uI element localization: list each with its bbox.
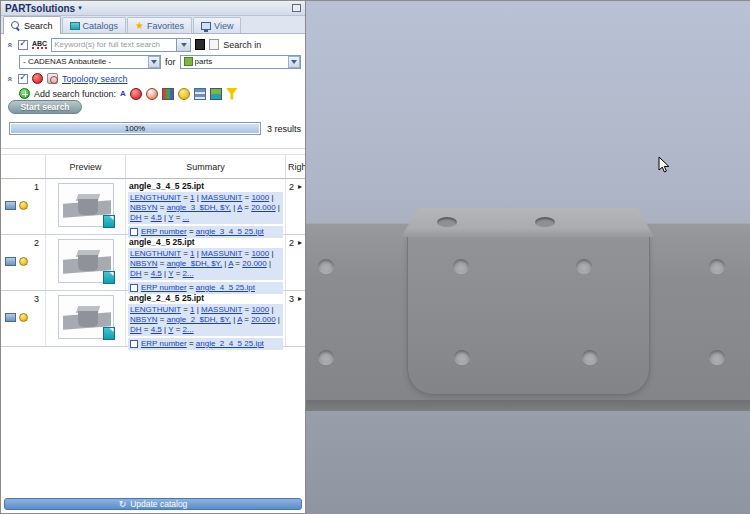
progress-percent: 100%: [10, 123, 260, 134]
start-search-button[interactable]: Start search: [8, 100, 82, 114]
classification-tree-function-icon[interactable]: [210, 88, 222, 100]
partsolutions-window: PARTsolutions ▾ Search Catalogs ★ Favori…: [0, 0, 750, 514]
abc-spellcheck-icon: ABC: [32, 40, 47, 50]
part-filename[interactable]: angle_2_4_5 25.ipt: [128, 292, 283, 304]
fulltext-search-row: « ✓ ABC Search in: [5, 37, 301, 52]
keyword-dropdown-button[interactable]: [177, 38, 191, 52]
text-search-function-icon[interactable]: A: [120, 88, 126, 100]
cad-format-icon: [5, 257, 16, 266]
plate-bottom-edge: [306, 400, 750, 411]
thumbnail-bracket-shape: [78, 199, 98, 215]
geometry-sphere-icon: [32, 73, 43, 84]
results-table: Preview Summary Right 1: [1, 154, 305, 347]
separator: [1, 148, 305, 149]
topology-search-link[interactable]: Topology search: [62, 74, 128, 84]
erp-number[interactable]: ERP number = angle_2_4_5 25.ipt: [141, 339, 264, 349]
tab-search[interactable]: Search: [3, 16, 61, 34]
col-header-preview[interactable]: Preview: [46, 155, 126, 178]
col-header-index[interactable]: [1, 155, 46, 178]
whole-word-icon[interactable]: [209, 39, 219, 50]
part-preview-thumbnail[interactable]: [58, 295, 114, 339]
part-preview-thumbnail[interactable]: [58, 239, 114, 283]
panel-titlebar[interactable]: PARTsolutions ▾: [1, 1, 305, 16]
right-col-value: 2: [289, 238, 294, 248]
document-badge-icon: [103, 215, 115, 228]
topology-row: « ✓ Topology search: [5, 71, 301, 86]
row-index: 3: [34, 294, 39, 304]
fold-corner: [110, 216, 114, 220]
bracket-part-face[interactable]: [407, 235, 650, 395]
catalog-dropdown-button[interactable]: [148, 56, 160, 68]
dropdown-arrow-icon: [291, 60, 297, 64]
plate-hole: [576, 259, 592, 274]
table-row[interactable]: 3 angle_2_4_5 25.ipt L: [1, 291, 305, 347]
part-parameters[interactable]: LENGTHUNIT = 1 | MASSUNIT = 1000 | NBSYN…: [128, 192, 283, 224]
topology-checkbox[interactable]: ✓: [18, 74, 28, 84]
row-index: 1: [34, 182, 39, 192]
panel-title: PARTsolutions: [5, 3, 75, 14]
flange-hole: [437, 217, 457, 228]
catalog-select[interactable]: - CADENAS Anbauteile -: [19, 55, 161, 69]
add-plus-icon[interactable]: [19, 88, 30, 99]
update-catalog-button[interactable]: ↻ Update catalog: [4, 498, 302, 510]
erp-line[interactable]: ERP number = angle_2_4_5 25.ipt: [128, 338, 283, 350]
table-header-row: Preview Summary Right: [1, 154, 305, 179]
layers-function-icon[interactable]: [194, 88, 206, 100]
shaded-sphere-function-icon[interactable]: [146, 88, 158, 100]
plate-hole: [709, 350, 725, 365]
search-in-label: Search in: [223, 40, 261, 50]
tab-search-label: Search: [24, 21, 53, 31]
flange-hole: [535, 217, 555, 228]
tab-favorites[interactable]: ★ Favorites: [127, 17, 192, 33]
dock-window-icon[interactable]: [292, 4, 301, 12]
3d-viewport[interactable]: [306, 1, 750, 514]
tab-catalogs-label: Catalogs: [83, 21, 119, 31]
keyword-input[interactable]: [51, 38, 177, 52]
progress-bar: 100%: [9, 122, 261, 135]
results-count: 3 results: [267, 124, 301, 134]
table-row[interactable]: 2 angle_4_5 25.ipt LEN: [1, 235, 305, 291]
refresh-icon: ↻: [119, 500, 127, 509]
filter-funnel-icon[interactable]: [226, 88, 238, 100]
case-sensitive-icon[interactable]: [195, 39, 205, 50]
collapse-chevron-icon[interactable]: «: [5, 74, 15, 83]
plate-hole: [318, 350, 334, 365]
table-row[interactable]: 1 angle_3_4_5 25.ipt L: [1, 179, 305, 235]
expand-arrow-icon[interactable]: ▸: [298, 238, 302, 247]
part-parameters[interactable]: LENGTHUNIT = 1 | MASSUNIT = 1000 | NBSYN…: [128, 304, 283, 336]
tab-view-label: View: [214, 21, 233, 31]
plate-hole: [318, 259, 334, 274]
catalog-book-icon: [70, 22, 80, 30]
scope-select[interactable]: parts: [180, 55, 301, 69]
expand-arrow-icon[interactable]: ▸: [298, 182, 302, 191]
catalog-scope-row: - CADENAS Anbauteile - for parts: [5, 54, 301, 69]
part-filename[interactable]: angle_4_5 25.ipt: [128, 236, 283, 248]
fulltext-checkbox[interactable]: ✓: [18, 40, 28, 50]
status-ball-icon: [19, 313, 28, 322]
check-icon: ✓: [19, 39, 27, 48]
add-function-row: Add search function: A: [5, 86, 301, 101]
expand-arrow-icon[interactable]: ▸: [298, 294, 302, 303]
col-header-summary[interactable]: Summary: [126, 155, 286, 178]
coins-function-icon[interactable]: [178, 88, 190, 100]
sphere-search-function-icon[interactable]: [130, 88, 142, 100]
plate-hole: [709, 259, 725, 274]
scope-dropdown-button[interactable]: [288, 56, 300, 68]
col-header-right[interactable]: Right: [286, 155, 305, 178]
update-catalog-label: Update catalog: [130, 499, 187, 509]
parts-cube-icon: [184, 57, 193, 66]
erp-table-icon: [130, 340, 138, 348]
titlebar-caret-icon[interactable]: ▾: [78, 4, 82, 12]
scope-select-value: parts: [195, 57, 286, 66]
right-col-value: 3: [289, 294, 294, 304]
collapse-chevron-icon[interactable]: «: [5, 40, 15, 49]
part-preview-thumbnail[interactable]: [58, 183, 114, 227]
tab-catalogs[interactable]: Catalogs: [62, 17, 127, 33]
tab-view[interactable]: View: [193, 17, 241, 33]
part-filename[interactable]: angle_3_4_5 25.ipt: [128, 180, 283, 192]
color-cube-function-icon[interactable]: [162, 88, 174, 100]
thumbnail-bracket-shape: [78, 311, 98, 327]
part-parameters[interactable]: LENGTHUNIT = 1 | MASSUNIT = 1000 | NBSYN…: [128, 248, 283, 280]
star-icon: ★: [135, 21, 144, 31]
check-icon: ✓: [19, 73, 27, 82]
